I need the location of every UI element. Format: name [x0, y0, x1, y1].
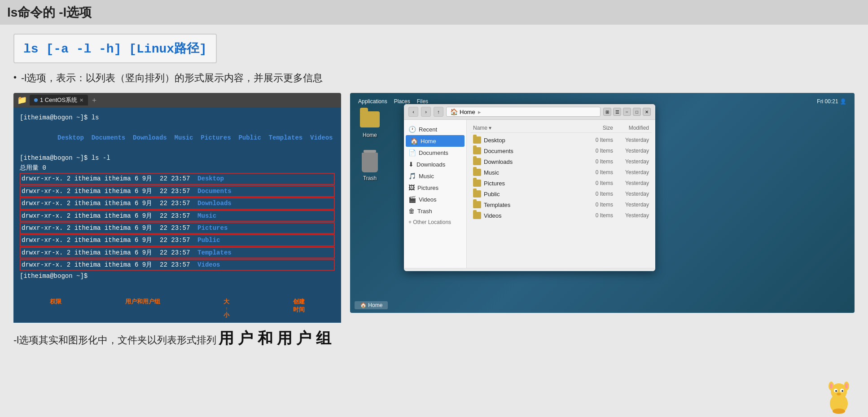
ls-row-downloads: drwxr-xr-x. 2 itheima itheima 6 9月 22 23…: [20, 198, 335, 209]
label-size: 大 ↑ 小: [224, 298, 229, 319]
terminal-line-1: [itheima@bogon ~]$ ls: [20, 113, 335, 123]
fm-up-button[interactable]: ↑: [434, 107, 443, 117]
fm-col-size-header[interactable]: Size: [586, 125, 613, 131]
fm-forward-button[interactable]: ›: [421, 107, 431, 117]
fm-sidebar-videos[interactable]: 🎬 Videos: [404, 193, 466, 205]
trash-icon-label: Trash: [363, 175, 377, 181]
fm-col-name-header[interactable]: Name ▾: [473, 125, 586, 131]
desktop-icon-trash[interactable]: Trash: [359, 152, 381, 181]
terminal-tab-centos[interactable]: 1 CentOS系统 ✕: [30, 95, 88, 105]
fm-location-arrow: ▸: [478, 109, 481, 115]
svg-point-4: [835, 390, 837, 392]
table-row[interactable]: Pictures 0 Items Yesterday: [470, 178, 652, 189]
terminal-line-4: 总用量 0: [20, 163, 335, 173]
file-modified: Yesterday: [613, 202, 649, 208]
fm-sidebar-recent[interactable]: 🕐 Recent: [404, 123, 466, 135]
fm-toolbar-toggle[interactable]: ⊞: [603, 108, 611, 116]
table-row[interactable]: Downloads 0 Items Yesterday: [470, 156, 652, 167]
recent-icon: 🕐: [408, 126, 416, 133]
fm-sidebar-videos-label: Videos: [419, 196, 437, 203]
svg-point-11: [833, 408, 845, 414]
fm-col-modified-header[interactable]: Modified: [613, 125, 649, 131]
file-name: Templates: [484, 202, 586, 208]
trash-icon: [362, 153, 378, 172]
file-modified: Yesterday: [613, 148, 649, 154]
bullet-section: • -l选项，表示：以列表（竖向排列）的形式展示内容，并展示更多信息: [13, 71, 855, 85]
table-row[interactable]: Desktop 0 Items Yesterday: [470, 135, 652, 145]
file-modified: Yesterday: [613, 158, 649, 165]
folder-icon-pictures: [473, 180, 481, 187]
folder-icon-templates: [473, 201, 481, 208]
fm-list-view-button[interactable]: ☰: [613, 108, 621, 116]
file-modified: Yesterday: [613, 212, 649, 219]
fm-main-area: Name ▾ Size Modified Desktop 0 Items Yes…: [467, 120, 655, 268]
file-name: Music: [484, 169, 586, 176]
desktop-icons: Home Trash: [359, 109, 381, 181]
command-box: ls [-a -l -h] [Linux路径]: [13, 34, 217, 63]
file-modified: Yesterday: [613, 191, 649, 197]
fm-location-bar[interactable]: 🏠 Home ▸: [446, 107, 601, 117]
table-row[interactable]: Videos 0 Items Yesterday: [470, 210, 652, 221]
ls-output-rows: drwxr-xr-x. 2 itheima itheima 6 9月 22 23…: [20, 173, 335, 271]
terminal-line-3: [itheima@bogon ~]$ ls -l: [20, 153, 335, 163]
fm-other-locations-label: + Other Locations: [408, 219, 451, 225]
fm-location-text: Home: [460, 109, 475, 115]
documents-icon: 📄: [408, 149, 416, 156]
file-name: Pictures: [484, 180, 586, 187]
svg-point-9: [830, 383, 833, 389]
ls-row-pictures: drwxr-xr-x. 2 itheima itheima 6 9月 22 23…: [20, 222, 335, 234]
svg-point-5: [842, 390, 843, 392]
tab-dot: [34, 98, 38, 102]
file-size: 0 Items: [586, 169, 613, 176]
fm-sidebar-home[interactable]: 🏠 Home: [406, 135, 465, 147]
pictures-icon: 🖼: [408, 184, 415, 191]
desktop-icon-home[interactable]: Home: [359, 109, 381, 138]
home-sidebar-icon: 🏠: [410, 137, 418, 145]
table-row[interactable]: Public 0 Items Yesterday: [470, 189, 652, 199]
fm-sidebar-downloads[interactable]: ⬇ Downloads: [404, 158, 466, 170]
desktop-background: Applications Places Files Fri 00:21 👤 Ho…: [350, 93, 855, 313]
folder-icon-public: [473, 190, 481, 198]
fm-minimize-button[interactable]: −: [623, 108, 631, 116]
file-name: Documents: [484, 148, 586, 154]
taskbar-home-item[interactable]: 🏠 Home: [355, 301, 388, 309]
videos-icon: 🎬: [408, 196, 416, 203]
file-size: 0 Items: [586, 202, 613, 208]
file-size: 0 Items: [586, 137, 613, 143]
fm-close-button[interactable]: ✕: [643, 108, 651, 116]
page-title: ls命令的 -l选项: [7, 4, 92, 21]
file-modified: Yesterday: [613, 180, 649, 186]
fm-column-headers: Name ▾ Size Modified: [470, 123, 652, 133]
ls-row-templates: drwxr-xr-x. 2 itheima itheima 6 9月 22 23…: [20, 247, 335, 259]
file-size: 0 Items: [586, 212, 613, 219]
table-row[interactable]: Music 0 Items Yesterday: [470, 167, 652, 178]
trash-sidebar-icon: 🗑: [408, 207, 415, 215]
fm-sidebar-other-locations[interactable]: + Other Locations: [404, 217, 466, 228]
table-row[interactable]: Templates 0 Items Yesterday: [470, 199, 652, 210]
home-folder-icon: [360, 111, 380, 127]
folder-icon-desktop: [473, 136, 481, 144]
svg-point-6: [837, 393, 841, 395]
fm-sidebar-music[interactable]: 🎵 Music: [404, 170, 466, 182]
table-row[interactable]: Documents 0 Items Yesterday: [470, 145, 652, 156]
fm-sidebar-documents[interactable]: 📄 Documents: [404, 147, 466, 158]
fm-back-button[interactable]: ‹: [408, 107, 418, 117]
folder-icon-music: [473, 169, 481, 176]
fm-maximize-button[interactable]: □: [633, 108, 641, 116]
desktop-menu-applications[interactable]: Applications: [358, 98, 387, 105]
terminal-tab-close[interactable]: ✕: [79, 97, 83, 103]
bullet-dot: •: [13, 72, 17, 83]
bottom-text-area: -l选项其实和图形化中，文件夹以列表形式排列 用 户 和 用 户 组: [13, 328, 331, 349]
terminal-line-last: [itheima@bogon ~]$: [20, 271, 335, 281]
fm-sidebar-trash[interactable]: 🗑 Trash: [404, 205, 466, 217]
file-size: 0 Items: [586, 191, 613, 197]
terminal-add-tab[interactable]: ＋: [91, 96, 98, 105]
file-name: Desktop: [484, 137, 586, 144]
desktop-menu-files[interactable]: Files: [417, 98, 428, 105]
desktop-menu-places[interactable]: Places: [394, 98, 410, 105]
fm-sidebar-downloads-label: Downloads: [416, 161, 445, 168]
folder-icon-videos: [473, 212, 481, 219]
fm-sidebar-pictures[interactable]: 🖼 Pictures: [404, 182, 466, 193]
svg-point-10: [845, 383, 848, 389]
mascot-svg: [823, 379, 855, 415]
